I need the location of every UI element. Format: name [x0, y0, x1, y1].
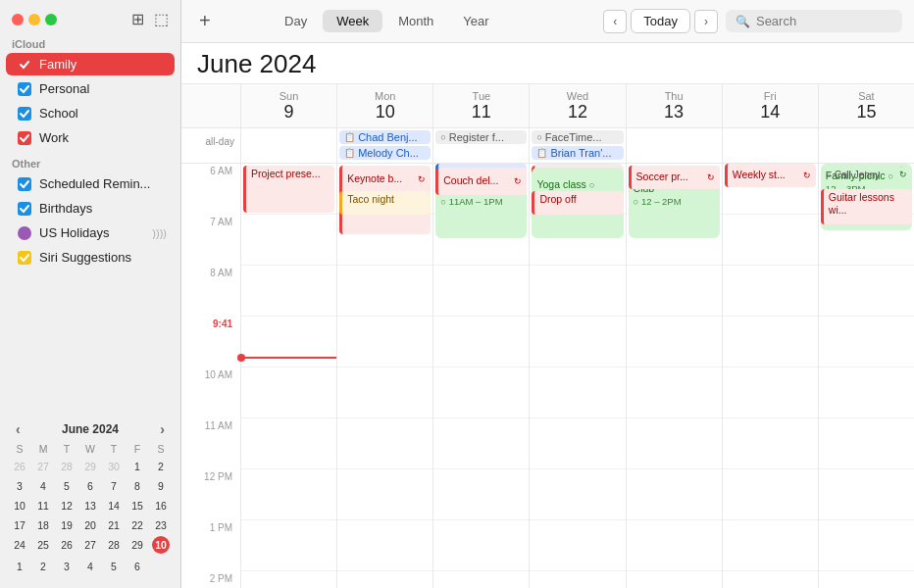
mini-cal-day[interactable]: 30	[105, 458, 123, 475]
mini-cal-day[interactable]: 18	[34, 516, 52, 534]
mini-cal-day[interactable]: 5	[105, 558, 123, 575]
mini-cal-day[interactable]: 1	[11, 558, 28, 575]
mini-cal-day[interactable]: 17	[11, 516, 28, 534]
mini-cal-day[interactable]: 28	[105, 536, 123, 554]
sidebar-item-personal[interactable]: Personal	[6, 77, 175, 100]
event-weekly[interactable]: Weekly st... ↻	[725, 164, 816, 187]
sidebar-item-us-holidays[interactable]: US Holidays ))))	[6, 221, 175, 244]
today-button[interactable]: Today	[631, 9, 690, 33]
mini-cal-day[interactable]: 14	[105, 497, 123, 514]
event-project[interactable]: Project prese...	[243, 166, 334, 213]
event-drop-off[interactable]: Drop off	[532, 191, 623, 215]
add-event-button[interactable]: +	[193, 10, 217, 32]
next-week-button[interactable]: ›	[694, 10, 718, 33]
mini-calendar: ‹ June 2024 › S M T W T F S 26 27 28 29 …	[8, 416, 173, 576]
mini-cal-day[interactable]: 25	[34, 536, 52, 554]
mini-cal-day[interactable]: 4	[81, 558, 99, 575]
personal-checkbox[interactable]	[18, 82, 31, 96]
work-checkbox[interactable]	[18, 131, 31, 145]
sidebar-item-work[interactable]: Work	[6, 126, 175, 149]
maximize-button[interactable]	[45, 14, 57, 25]
mini-cal-day[interactable]: 2	[34, 558, 52, 575]
sidebar-item-siri[interactable]: Siri Suggestions	[6, 246, 175, 269]
mini-cal-day[interactable]: 5	[58, 477, 76, 495]
tab-day[interactable]: Day	[271, 10, 321, 32]
mini-cal-day[interactable]: 13	[81, 497, 99, 514]
event-register[interactable]: ○ Register f...	[435, 130, 527, 144]
inbox-icon[interactable]: ⬚	[154, 10, 169, 28]
mini-cal-day[interactable]: 10	[11, 497, 28, 514]
event-keynote[interactable]: Keynote b... ↻	[339, 166, 431, 193]
event-call-jenny[interactable]: ○ Call Jenny	[821, 168, 912, 191]
event-soccer[interactable]: Soccer pr... ↻	[629, 166, 720, 189]
mini-cal-day[interactable]: 26	[11, 458, 28, 475]
mini-cal-day[interactable]: 22	[128, 516, 146, 534]
day-col-tue: Meet for c... ↻ Artist workshop... ↻	[432, 164, 529, 588]
scheduled-checkbox[interactable]	[18, 177, 31, 191]
sidebar-item-scheduled[interactable]: Scheduled Remin...	[6, 172, 175, 195]
event-brian[interactable]: 📋 Brian Tran'...	[532, 146, 623, 160]
mini-cal-day[interactable]: 28	[58, 458, 76, 475]
mini-cal-day[interactable]: 24	[11, 536, 28, 554]
day-col-wed: FaceTime with Gran... ↻ Portfolio... ↻	[529, 164, 625, 588]
mini-cal-day[interactable]: 29	[81, 458, 99, 475]
mini-cal-day[interactable]: 12	[58, 497, 76, 514]
mini-cal-title: June 2024	[62, 422, 119, 436]
mini-cal-day[interactable]: 2	[152, 458, 170, 475]
mini-cal-day[interactable]: 26	[58, 536, 76, 554]
calendar-grid-icon[interactable]: ⊞	[131, 10, 144, 28]
tab-year[interactable]: Year	[449, 10, 502, 32]
birthdays-checkbox[interactable]	[18, 202, 31, 216]
mini-cal-day[interactable]: 6	[128, 558, 146, 575]
mini-cal-day[interactable]: 3	[58, 558, 76, 575]
search-input[interactable]	[756, 14, 892, 28]
event-melody[interactable]: 📋 Melody Ch...	[339, 146, 431, 160]
mini-cal-prev[interactable]: ‹	[12, 421, 25, 437]
day-header-fri: Fri 14	[722, 84, 818, 127]
event-couch[interactable]: Couch del... ↻	[435, 168, 527, 195]
tab-month[interactable]: Month	[384, 10, 447, 32]
mini-cal-day[interactable]: 8	[128, 477, 146, 495]
sidebar-item-school[interactable]: School	[6, 102, 175, 124]
mini-cal-day[interactable]: 6	[81, 477, 99, 495]
mini-cal-day-today[interactable]: 10	[152, 536, 170, 554]
sidebar-item-birthdays[interactable]: Birthdays	[6, 197, 175, 220]
close-button[interactable]	[12, 14, 24, 25]
family-checkbox[interactable]	[18, 58, 31, 72]
mini-cal-day[interactable]: 11	[34, 497, 52, 514]
mini-cal-day[interactable]: 20	[81, 516, 99, 534]
month-title: June 2024	[197, 49, 316, 79]
today-badge: 10	[376, 102, 395, 122]
minimize-button[interactable]	[28, 14, 40, 25]
prev-week-button[interactable]: ‹	[603, 10, 627, 33]
event-guitar[interactable]: Guitar lessons wi...	[821, 189, 912, 224]
time-grid-container[interactable]: 6 AM 7 AM 8 AM 9:41 10 AM 11 AM 12 PM 1 …	[181, 164, 914, 588]
mini-cal-day[interactable]: 19	[58, 516, 76, 534]
all-day-tue: ○ Register f...	[432, 128, 529, 163]
mini-cal-day[interactable]: 21	[105, 516, 123, 534]
mini-cal-day[interactable]: 27	[34, 458, 52, 475]
mini-cal-day[interactable]: 9	[152, 477, 170, 495]
event-chad[interactable]: 📋 Chad Benj...	[339, 130, 431, 144]
mini-cal-day[interactable]: 3	[11, 477, 28, 495]
mini-cal-day[interactable]: 29	[128, 536, 146, 554]
mini-cal-day[interactable]: 7	[105, 477, 123, 495]
time-8am: 8 AM	[181, 266, 240, 317]
search-box[interactable]: 🔍	[726, 10, 902, 32]
mini-cal-day[interactable]: 15	[128, 497, 146, 514]
school-checkbox[interactable]	[18, 107, 31, 121]
tab-week[interactable]: Week	[323, 10, 382, 32]
sidebar-item-family[interactable]: Family	[6, 53, 175, 75]
mini-cal-day[interactable]: 4	[34, 477, 52, 495]
day-col-thu: ○ Send birth... ○ Take Luna... Budget m.…	[626, 164, 722, 588]
mini-cal-day[interactable]: 27	[81, 536, 99, 554]
mini-cal-next[interactable]: ›	[156, 421, 169, 437]
siri-checkbox[interactable]	[18, 251, 31, 265]
mini-cal-day[interactable]: 23	[152, 516, 170, 534]
event-taco[interactable]: Taco night	[339, 191, 431, 215]
time-gutter: 6 AM 7 AM 8 AM 9:41 10 AM 11 AM 12 PM 1 …	[181, 164, 240, 588]
mini-cal-day[interactable]: 16	[152, 497, 170, 514]
personal-label: Personal	[39, 81, 89, 96]
mini-cal-day[interactable]: 1	[128, 458, 146, 475]
event-facetime-allday[interactable]: ○ FaceTime...	[532, 130, 623, 144]
